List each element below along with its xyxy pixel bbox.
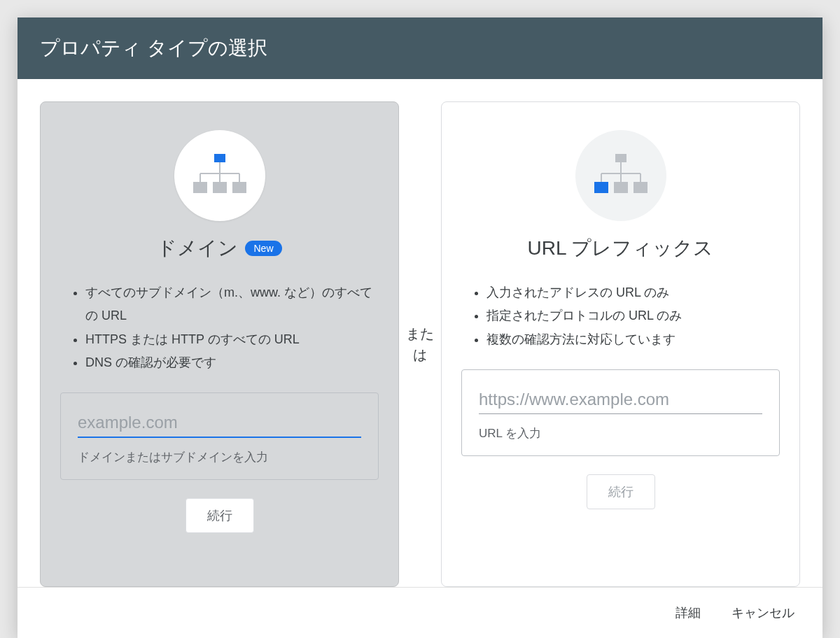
svg-rect-0 — [214, 154, 225, 162]
or-text-2: は — [413, 347, 427, 362]
url-input-box: URL を入力 — [461, 369, 780, 456]
url-title-row: URL プレフィックス — [528, 235, 714, 262]
new-badge: New — [245, 241, 281, 256]
svg-rect-7 — [213, 182, 227, 193]
domain-property-card[interactable]: ドメイン New すべてのサブドメイン（m.、www. など）のすべての URL… — [40, 101, 399, 587]
dialog-footer: 詳細 キャンセル — [18, 587, 822, 638]
url-sitemap-icon — [575, 130, 666, 221]
domain-input-help: ドメインまたはサブドメインを入力 — [78, 449, 361, 465]
dialog-body: ドメイン New すべてのサブドメイン（m.、www. など）のすべての URL… — [18, 79, 822, 587]
url-continue-button[interactable]: 続行 — [587, 474, 655, 509]
svg-rect-8 — [232, 182, 246, 193]
svg-rect-17 — [634, 182, 648, 193]
svg-rect-16 — [614, 182, 628, 193]
list-item: 入力されたアドレスの URL のみ — [486, 281, 780, 304]
separator-or: また は — [399, 101, 441, 587]
svg-rect-9 — [615, 154, 626, 162]
or-text: また — [406, 326, 434, 341]
domain-sitemap-icon — [174, 130, 265, 221]
url-feature-list: 入力されたアドレスの URL のみ 指定されたプロトコルの URL のみ 複数の… — [461, 281, 780, 351]
list-item: 複数の確認方法に対応しています — [486, 328, 780, 351]
list-item: HTTPS または HTTP のすべての URL — [85, 328, 379, 351]
property-type-dialog: プロパティ タイプの選択 — [18, 17, 822, 638]
list-item: すべてのサブドメイン（m.、www. など）のすべての URL — [85, 281, 379, 328]
url-card-title: URL プレフィックス — [528, 235, 714, 262]
url-input-help: URL を入力 — [479, 425, 762, 441]
domain-input-box: ドメインまたはサブドメインを入力 — [60, 392, 379, 480]
svg-rect-6 — [193, 182, 207, 193]
cancel-button[interactable]: キャンセル — [729, 600, 797, 625]
domain-input[interactable] — [78, 410, 361, 438]
list-item: DNS の確認が必要です — [85, 351, 379, 374]
list-item: 指定されたプロトコルの URL のみ — [486, 304, 780, 327]
details-button[interactable]: 詳細 — [673, 600, 704, 625]
url-prefix-property-card[interactable]: URL プレフィックス 入力されたアドレスの URL のみ 指定されたプロトコル… — [441, 101, 800, 587]
domain-card-title: ドメイン — [157, 235, 238, 262]
domain-title-row: ドメイン New — [157, 235, 281, 262]
domain-feature-list: すべてのサブドメイン（m.、www. など）のすべての URL HTTPS また… — [60, 281, 379, 374]
url-input[interactable] — [479, 387, 762, 414]
svg-rect-15 — [594, 182, 608, 193]
domain-continue-button[interactable]: 続行 — [186, 498, 254, 533]
dialog-title: プロパティ タイプの選択 — [18, 17, 822, 79]
